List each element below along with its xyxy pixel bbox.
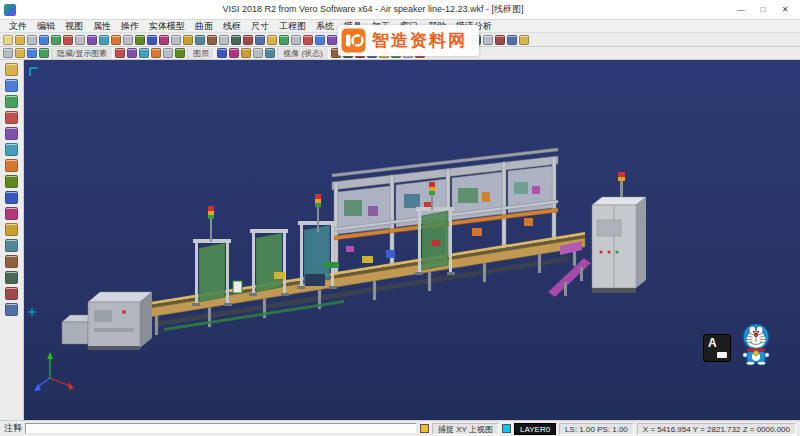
toolbar-icon[interactable] xyxy=(3,35,13,45)
side-tool-icon[interactable] xyxy=(5,287,18,300)
side-tool-icon[interactable] xyxy=(5,143,18,156)
toolbar-icon[interactable] xyxy=(63,35,73,45)
menu-item-7[interactable]: 线框 xyxy=(218,20,246,33)
toolbar-icon[interactable] xyxy=(207,35,217,45)
toolbar-icon[interactable] xyxy=(171,35,181,45)
layer-color-swatch[interactable] xyxy=(502,424,511,433)
toolbar-icon[interactable] xyxy=(315,35,325,45)
control-cabinet xyxy=(592,172,646,293)
toolbar-icon[interactable] xyxy=(253,48,263,58)
toolbar-icon[interactable] xyxy=(15,48,25,58)
toolbar-icon[interactable] xyxy=(135,35,145,45)
toolbar-icon[interactable] xyxy=(255,35,265,45)
side-tool-icon[interactable] xyxy=(5,159,18,172)
toolbar-icon[interactable] xyxy=(27,48,37,58)
doraemon-sticker xyxy=(735,321,777,367)
snap-indicator[interactable]: 捕捉 XY 上视图 xyxy=(432,423,499,435)
side-tool-icon[interactable] xyxy=(5,271,18,284)
station-1 xyxy=(192,239,232,306)
toolbar-icon[interactable] xyxy=(51,35,61,45)
toolbar-icon[interactable] xyxy=(519,35,529,45)
menu-item-2[interactable]: 视图 xyxy=(60,20,88,33)
command-input[interactable] xyxy=(25,423,417,434)
side-tool-icon[interactable] xyxy=(5,63,18,76)
toolbar-icon[interactable] xyxy=(75,35,85,45)
toolbar-icon[interactable] xyxy=(183,35,193,45)
note-label: 注释 xyxy=(4,422,22,435)
cad-model-assembly-line xyxy=(24,60,800,420)
toolbar-caption: 视像 (状态) xyxy=(277,48,329,59)
side-tool-icon[interactable] xyxy=(5,127,18,140)
menu-item-1[interactable]: 编辑 xyxy=(32,20,60,33)
toolbar-icon[interactable] xyxy=(327,35,337,45)
viewport-3d[interactable]: A xyxy=(24,60,800,420)
side-tool-icon[interactable] xyxy=(5,239,18,252)
toolbar-icon[interactable] xyxy=(483,35,493,45)
toolbar-icon[interactable] xyxy=(279,35,289,45)
visi-app-window: VISI 2018 R2 from Vero Software x64 - Ai… xyxy=(0,0,800,436)
toolbar-icon[interactable] xyxy=(151,48,161,58)
menu-item-6[interactable]: 曲面 xyxy=(190,20,218,33)
side-tool-icon[interactable] xyxy=(5,207,18,220)
maximize-button[interactable]: □ xyxy=(752,2,774,18)
menu-item-4[interactable]: 操作 xyxy=(116,20,144,33)
toolbar-icon[interactable] xyxy=(127,48,137,58)
toolbar-icon[interactable] xyxy=(175,48,185,58)
side-tool-icon[interactable] xyxy=(5,303,18,316)
side-tool-icon[interactable] xyxy=(5,111,18,124)
toolbar-icon[interactable] xyxy=(87,35,97,45)
toolbar-icon[interactable] xyxy=(159,35,169,45)
toolbar-icon[interactable] xyxy=(267,35,277,45)
toolbar-icon[interactable] xyxy=(147,35,157,45)
menu-item-5[interactable]: 实体模型 xyxy=(144,20,190,33)
toolbar-icon[interactable] xyxy=(265,48,275,58)
side-tool-icon[interactable] xyxy=(5,175,18,188)
coordinates-readout: X = 5416.954 Y = 2821.732 Z = 0000.000 xyxy=(637,423,796,435)
menu-item-8[interactable]: 尺寸 xyxy=(246,20,274,33)
minimize-button[interactable]: — xyxy=(730,2,752,18)
toolbar-icon[interactable] xyxy=(291,35,301,45)
toolbar-icon[interactable] xyxy=(3,48,13,58)
side-tool-icon[interactable] xyxy=(5,95,18,108)
toolbar-icon[interactable] xyxy=(115,48,125,58)
menu-item-10[interactable]: 系统 xyxy=(311,20,339,33)
close-button[interactable]: ✕ xyxy=(774,2,796,18)
toolbar-icon[interactable] xyxy=(123,35,133,45)
toolbar-icon[interactable] xyxy=(243,35,253,45)
toolbar-icon[interactable] xyxy=(39,35,49,45)
toolbar-icon[interactable] xyxy=(163,48,173,58)
menu-item-3[interactable]: 属性 xyxy=(88,20,116,33)
side-tool-icon[interactable] xyxy=(5,191,18,204)
ucs-triad xyxy=(34,352,74,391)
station-2 xyxy=(233,229,289,296)
toolbar-icon[interactable] xyxy=(111,35,121,45)
toolbar-icon[interactable] xyxy=(99,35,109,45)
toolbar-icon[interactable] xyxy=(139,48,149,58)
toolbar-icon[interactable] xyxy=(195,35,205,45)
toolbar-icon[interactable] xyxy=(217,48,227,58)
toolbar-icon[interactable] xyxy=(219,35,229,45)
toolbar-icon[interactable] xyxy=(241,48,251,58)
toolbar-icon[interactable] xyxy=(303,35,313,45)
snap-mode-icon[interactable] xyxy=(420,424,429,433)
toolbar-icon[interactable] xyxy=(15,35,25,45)
window-controls: — □ ✕ xyxy=(730,2,796,18)
window-title: VISI 2018 R2 from Vero Software x64 - Ai… xyxy=(22,3,724,16)
ime-indicator[interactable]: A xyxy=(703,334,731,362)
toolbar-icon[interactable] xyxy=(231,35,241,45)
left-cabinet xyxy=(88,292,152,350)
side-tool-icon[interactable] xyxy=(5,223,18,236)
side-tool-icon[interactable] xyxy=(5,79,18,92)
app-logo-icon xyxy=(4,4,16,16)
toolbar-icon[interactable] xyxy=(27,35,37,45)
toolbar-icon[interactable] xyxy=(495,35,505,45)
side-tool-icon[interactable] xyxy=(5,255,18,268)
menu-item-0[interactable]: 文件 xyxy=(4,20,32,33)
watermark-logo-icon xyxy=(341,28,366,53)
toolbar-icon[interactable] xyxy=(39,48,49,58)
menu-item-9[interactable]: 工程图 xyxy=(274,20,311,33)
toolbar-icon[interactable] xyxy=(229,48,239,58)
layer-indicator[interactable]: LAYER0 xyxy=(514,423,556,435)
toolbar-icon[interactable] xyxy=(507,35,517,45)
watermark-text: 智造资料网 xyxy=(372,29,467,52)
